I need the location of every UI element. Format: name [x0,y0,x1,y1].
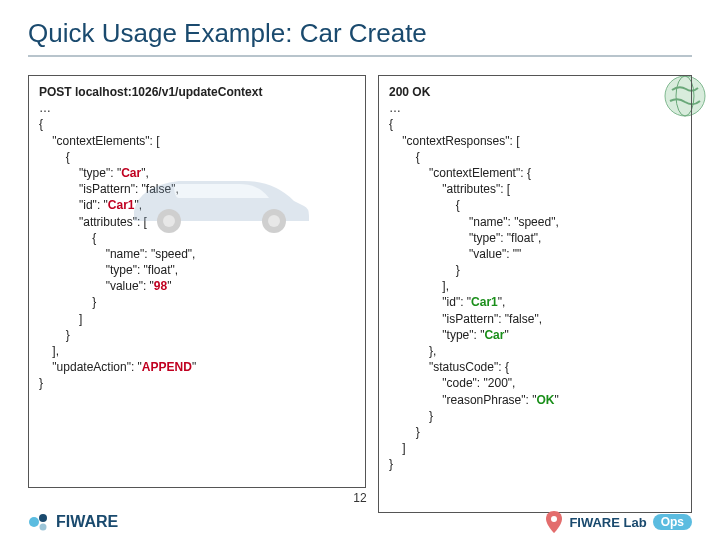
footer: FIWARE FIWARE Lab Ops [0,511,720,533]
entity-id: Car1 [108,198,135,212]
attr-value: 98 [154,279,167,293]
response-code: 200 OK … { "contextResponses": [ { "cont… [389,84,681,473]
svg-point-7 [39,514,47,522]
svg-point-9 [551,516,557,522]
entity-type: Car [121,166,141,180]
request-code: POST localhost:1026/v1/updateContext … {… [39,84,355,392]
ops-badge: Ops [653,514,692,530]
resp-type: Car [484,328,504,342]
fiware-text: FIWARE [56,513,118,531]
request-box: POST localhost:1026/v1/updateContext … {… [28,75,366,488]
fiware-mark-icon [28,511,50,533]
fiware-lab-ops: FIWARE Lab Ops [545,511,692,533]
response-box: 200 OK … { "contextResponses": [ { "cont… [378,75,692,513]
slide-title: Quick Usage Example: Car Create [28,18,692,57]
resp-id: Car1 [471,295,498,309]
fiware-logo: FIWARE [28,511,118,533]
request-line: POST localhost:1026/v1/updateContext [39,85,262,99]
reason-phrase: OK [536,393,554,407]
columns: POST localhost:1026/v1/updateContext … {… [28,75,692,513]
fiware-lab-text: FIWARE Lab [569,515,646,530]
pin-icon [545,511,563,533]
update-action: APPEND [142,360,192,374]
page-number: 12 [353,491,366,505]
svg-point-8 [40,524,47,531]
slide: Quick Usage Example: Car Create POST loc… [0,0,720,553]
svg-point-6 [29,517,39,527]
response-status: 200 OK [389,85,430,99]
